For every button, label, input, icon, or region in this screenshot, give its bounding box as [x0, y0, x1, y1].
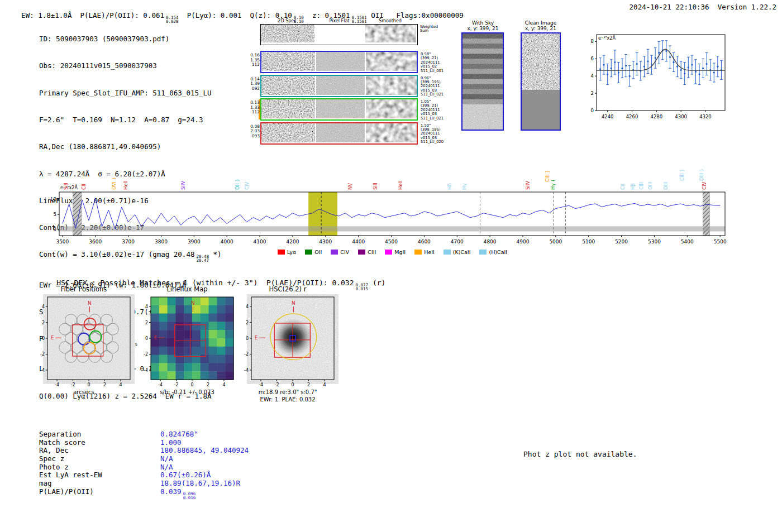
match-table-label: Spec z — [39, 454, 160, 463]
match-table-value: 1.000 — [160, 438, 182, 447]
legend-label: MgII — [394, 249, 406, 255]
legend-item: CIV — [331, 249, 349, 255]
cutout-cell-smooth — [366, 52, 417, 71]
svg-text:5400: 5400 — [681, 239, 694, 245]
fiber-positions-title: Fiber Positions — [31, 285, 137, 293]
emission-line-label: OIII — [647, 182, 653, 190]
match-table-value: 180.886845, 49.040924 — [160, 446, 249, 454]
with-sky-image — [461, 32, 504, 131]
cutout-cell-flat — [316, 52, 365, 71]
emission-line-label: NV — [347, 183, 353, 190]
svg-text:-2: -2 — [244, 352, 249, 357]
cutout-cell-2d — [261, 25, 314, 42]
legend-label: CIII — [368, 249, 376, 255]
line-fit-zoom-plot: 4240426042804300432002468e⁻¹⁷x2Å — [580, 29, 731, 125]
header-timestamp: 2024-10-21 22:10:36 Version 1.22.2 — [630, 3, 776, 11]
svg-text:-2: -2 — [71, 382, 75, 387]
cutout-cell-flat — [316, 76, 365, 95]
svg-text:10: 10 — [51, 196, 56, 202]
svg-text:-2: -2 — [40, 352, 45, 357]
cutout-row-fiber-4: 0.082.030931.50"(399, 186)20240111v015_0… — [260, 122, 418, 145]
with-sky-title: With Sky — [454, 20, 512, 26]
svg-text:0: 0 — [42, 336, 45, 341]
emission-line-label: Hγ { — [550, 179, 556, 190]
svg-text:4600: 4600 — [418, 239, 431, 245]
zoom-plot-units-annotation: e⁻¹⁷x2Å — [598, 35, 616, 41]
hsc-cutout-xlabel2: EWr: 1. PLAE: 0.032 — [235, 396, 341, 402]
match-table-row: P(LAE)/P(OII)0.0390.0960.016 — [39, 487, 249, 496]
svg-text:-4: -4 — [55, 382, 59, 387]
svg-text:2: 2 — [207, 382, 209, 387]
lineflux-map-title: Lineflux Map — [134, 285, 240, 293]
svg-text:4200: 4200 — [286, 239, 299, 245]
emission-line-label: Hγ — [461, 184, 467, 190]
cutout-row-fiber-1: 0.161.351120.58"(399, 21)20240111v015_02… — [260, 51, 418, 73]
svg-text:2: 2 — [103, 382, 106, 387]
legend-swatch — [331, 250, 338, 255]
svg-text:4: 4 — [222, 382, 225, 387]
svg-text:4500: 4500 — [385, 239, 398, 245]
svg-text:4900: 4900 — [517, 239, 530, 245]
info-id: ID: 5090037903 (5090037903.pdf) — [39, 35, 222, 44]
match-table-label: Photo z — [39, 463, 160, 471]
svg-text:4: 4 — [591, 73, 594, 79]
match-table-row: mag18.89(18.67,19.16)R — [39, 479, 249, 487]
cutout-cell-smooth — [366, 123, 417, 142]
match-table-value: 0.039 — [160, 487, 182, 496]
legend-item: HeII — [414, 249, 435, 255]
cutout-cell-smooth — [366, 76, 417, 95]
hscdex-plae-range: 0.0770.015 — [356, 283, 369, 291]
svg-text:2: 2 — [591, 90, 594, 96]
legend-swatch — [385, 250, 392, 255]
cutout-row-annotation: 0.58"(399, 21)20240111v015_02511_LU_001 — [421, 52, 455, 73]
svg-text:0: 0 — [591, 108, 594, 113]
svg-text:-2: -2 — [275, 382, 279, 387]
emission-line-label: CIV — [244, 182, 250, 190]
north-label: N — [88, 300, 92, 306]
hsc-cutout-xlabel: m:18.9 re:3.0" s:0.7" — [235, 389, 341, 395]
full-spectrum-plot: 3500360037003800390040004100420043004400… — [51, 146, 730, 252]
svg-text:0: 0 — [190, 382, 193, 387]
emission-line-label: SiIV — [180, 181, 186, 190]
match-table-label: P(LAE)/P(OII) — [39, 487, 160, 496]
fiber-positions-plot: -4-4-2-2002244NE — [31, 294, 137, 389]
cutout-cell-2d — [261, 52, 315, 71]
legend-swatch — [305, 250, 312, 255]
match-table-row: Est LyA rest-EW0.67(±0.26)Å — [39, 471, 249, 479]
svg-text:4: 4 — [119, 382, 122, 387]
cutout-cell-2d — [261, 99, 315, 118]
svg-text:4700: 4700 — [451, 239, 464, 245]
svg-text:-2: -2 — [174, 382, 179, 387]
cutout-rows: WeightedSum0.161.351120.58"(399, 21)2024… — [246, 17, 447, 148]
clean-image-panel: Clean Image x, y: 399, 21 — [513, 20, 569, 31]
legend-label: Lyα — [287, 249, 296, 255]
match-table-value: N/A — [160, 454, 173, 463]
svg-text:4240: 4240 — [602, 114, 614, 119]
hsc-cutout-plot: -4-4-2-2002244NE — [235, 294, 341, 389]
svg-text:4400: 4400 — [352, 239, 365, 245]
match-table-value: 0.67(±0.26)Å — [160, 471, 211, 479]
legend-label: HeII — [424, 249, 435, 255]
legend-label: (H)CaII — [489, 249, 507, 255]
emission-line-label: CII — [81, 184, 87, 190]
match-table-value: N/A — [160, 463, 173, 471]
cutout-row-weighted: WeightedSum — [260, 24, 418, 45]
svg-text:2: 2 — [42, 320, 45, 325]
cutout-row-left-label: 0.161.35112 — [245, 53, 260, 68]
svg-text:3800: 3800 — [155, 239, 168, 245]
legend-swatch — [479, 250, 487, 255]
legend-item: OII — [305, 249, 322, 255]
emission-line-label: CIII } — [545, 170, 550, 182]
info-gmag-range: 20.4820.47 — [196, 255, 209, 262]
cutout-row-left-label: 0.082.03093 — [245, 124, 260, 139]
svg-text:4260: 4260 — [626, 114, 638, 119]
legend-label: CIV — [340, 249, 349, 255]
photz-note: Phot z plot not available. — [523, 450, 637, 458]
match-table-value: 18.89(18.67,19.16)R — [160, 479, 240, 487]
svg-text:0: 0 — [145, 336, 148, 341]
weighted-sum-label: WeightedSum — [420, 25, 455, 33]
svg-text:4300: 4300 — [675, 114, 687, 119]
cutout-row-fiber-2: 0.141.390920.96"(399, 195)20240111v015_0… — [260, 75, 418, 97]
with-sky-panel: With Sky x, y: 399, 21 — [454, 20, 512, 31]
lineflux-map-xlabel: s/b: -0.21 +/- 0.073 — [134, 389, 240, 395]
